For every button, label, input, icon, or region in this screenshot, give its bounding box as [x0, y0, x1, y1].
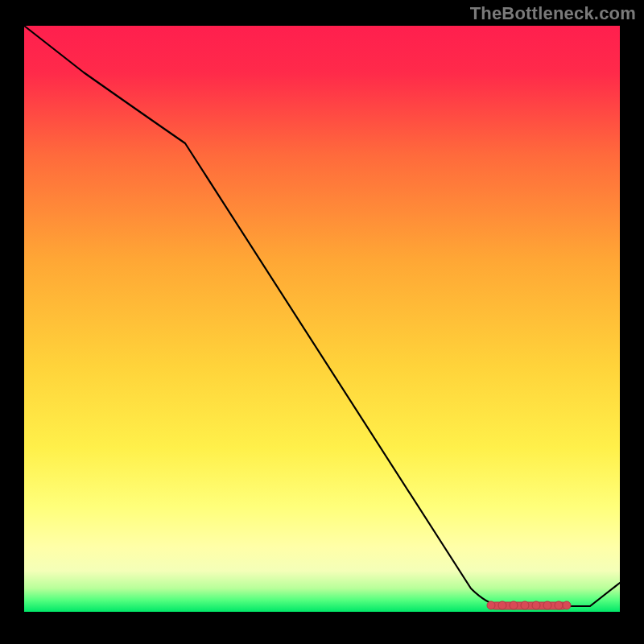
marker-dot	[555, 601, 563, 609]
marker-dot	[487, 601, 495, 609]
marker-dot	[510, 601, 518, 609]
plot-background	[24, 26, 620, 612]
chart-svg	[0, 0, 644, 644]
marker-dot	[543, 601, 551, 609]
plot-area	[24, 26, 620, 612]
watermark-text: TheBottleneck.com	[470, 3, 636, 24]
marker-dot	[532, 601, 540, 609]
marker-dot	[521, 601, 529, 609]
chart-frame: { "watermark": "TheBottleneck.com", "col…	[0, 0, 644, 644]
marker-dot	[563, 601, 571, 609]
marker-dot	[498, 601, 506, 609]
optimal-markers	[487, 601, 571, 609]
